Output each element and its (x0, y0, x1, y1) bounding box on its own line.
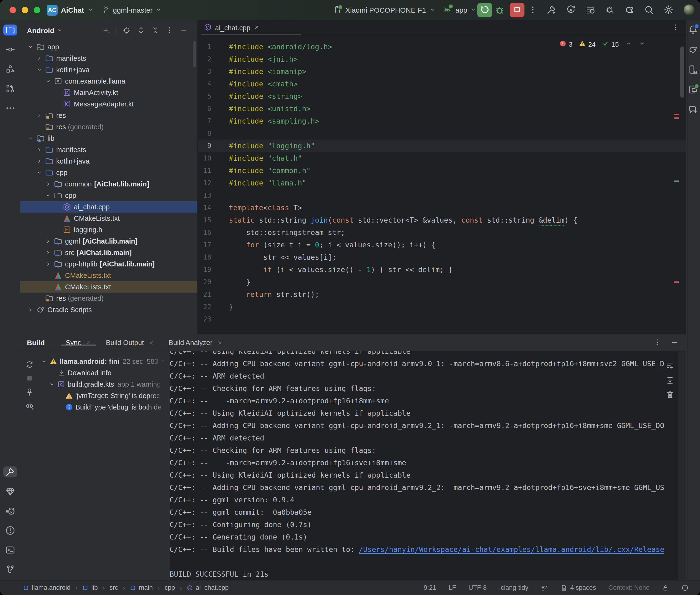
tab-build-output[interactable]: Build Output (99, 339, 162, 347)
status-widget-attention[interactable] (681, 584, 689, 591)
collapse-button[interactable] (151, 26, 159, 35)
tool-stripe-vcs-button[interactable] (3, 83, 17, 94)
more-run-options-button[interactable] (528, 5, 537, 15)
status-widget-9-21[interactable]: 9:21 (424, 584, 436, 591)
trash-button[interactable] (666, 390, 674, 400)
chevron-up-icon[interactable] (625, 40, 632, 47)
tree-item-app[interactable]: app (20, 41, 197, 53)
stop-button[interactable] (25, 374, 34, 384)
tree-item-cpp-httplib[interactable]: cpp-httplib[AiChat.lib.main] (20, 258, 197, 270)
soft-wrap-button[interactable] (666, 362, 674, 371)
status-widget-4-spaces[interactable]: 4 spaces (560, 584, 596, 591)
vcs-branch-widget[interactable]: ggml-master (102, 0, 162, 20)
error-stripe-mark[interactable] (674, 281, 679, 283)
tree-item-kotlin-java[interactable]: kotlin+java (20, 155, 197, 167)
minus-button[interactable] (180, 26, 188, 35)
tool-stripe-structure-button[interactable] (3, 63, 17, 75)
tool-stripe-bell-button[interactable] (686, 24, 700, 35)
chevron-down-icon[interactable] (638, 40, 645, 47)
status-widget-lf[interactable]: LF (448, 584, 456, 591)
project-scrollbar[interactable] (193, 41, 196, 67)
breadcrumb-item[interactable]: ai_chat.cpp (187, 584, 229, 591)
build-console[interactable]: C/C++: -- Using KleidiAI optimized kerne… (170, 351, 678, 580)
chevron-right-icon[interactable] (45, 250, 51, 256)
tree-item-messageadapter-kt[interactable]: MessageAdapter.kt (20, 98, 197, 110)
refresh-button[interactable] (25, 360, 34, 370)
run-configuration-selector[interactable]: app (442, 0, 476, 20)
chevron-down-icon[interactable] (41, 358, 47, 365)
close-tab-icon[interactable] (148, 340, 155, 346)
status-widget--clang-tidy[interactable]: .clang-tidy (499, 584, 528, 591)
build-run-button[interactable] (546, 4, 557, 16)
tree-item-cpp[interactable]: cpp (20, 190, 197, 201)
previous-problem-button[interactable] (625, 40, 632, 49)
editor-options-button[interactable] (672, 23, 680, 32)
tree-item-manifests[interactable]: manifests (20, 144, 197, 155)
log-link[interactable]: /Users/hanyin/Workspace/ai-chat/examples… (359, 545, 664, 554)
close-window-button[interactable] (9, 7, 16, 13)
build-tree-item[interactable]: 'jvmTarget: String' is deprec (39, 390, 168, 401)
chevron-down-icon[interactable] (45, 192, 51, 199)
chevron-down-icon[interactable] (27, 135, 34, 141)
tool-stripe-problems-button[interactable] (3, 525, 17, 536)
chevron-down-icon[interactable] (36, 170, 43, 176)
tree-item-cmakelists-txt[interactable]: CMakeLists.txt (20, 270, 197, 281)
tree-item-src[interactable]: src[AiChat.lib.main] (20, 247, 197, 258)
console-scrollbar-track[interactable] (678, 351, 686, 580)
tool-stripe-gemini-button[interactable] (686, 104, 700, 115)
tree-item-ai-chat-cpp[interactable]: ai_chat.cpp (20, 201, 197, 213)
chevron-down-icon[interactable] (45, 78, 51, 84)
error-stripe-mark[interactable] (674, 114, 679, 115)
tool-stripe-commit-button[interactable] (3, 44, 17, 55)
build-list-button[interactable] (585, 4, 596, 16)
close-icon[interactable] (254, 24, 260, 30)
breadcrumb-item[interactable]: src (110, 584, 118, 591)
chevron-down-icon[interactable] (27, 44, 34, 50)
gradle-sync-button[interactable] (624, 4, 635, 16)
chevron-right-icon[interactable] (36, 55, 43, 61)
tree-item-ggml[interactable]: ggml[AiChat.lib.main] (20, 235, 197, 247)
device-selector[interactable]: Xiaomi POCOPHONE F1 (333, 0, 436, 20)
kebab-button[interactable] (166, 26, 174, 35)
breadcrumb-item[interactable]: main (130, 584, 153, 591)
tree-item-res[interactable]: res (20, 110, 197, 121)
tool-stripe-more-button[interactable] (3, 103, 17, 114)
close-tab-icon[interactable] (85, 340, 91, 346)
tool-stripe-running-devices-button[interactable] (686, 84, 700, 95)
tree-item-logging-h[interactable]: logging.h (20, 224, 197, 235)
chevron-right-icon[interactable] (45, 181, 51, 187)
tool-stripe-gem-button[interactable] (3, 486, 17, 497)
chevron-right-icon[interactable] (36, 158, 43, 164)
user-avatar[interactable] (683, 4, 695, 17)
chevron-right-icon[interactable] (45, 238, 51, 244)
build-tree-item[interactable]: build.gradle.ktsapp 1 warning (39, 378, 168, 390)
next-problem-button[interactable] (638, 40, 645, 49)
error-stripe-mark[interactable] (674, 117, 679, 119)
tool-stripe-logcat-button[interactable] (3, 506, 17, 516)
build-tree-item[interactable]: BuildType 'debug' is both de (39, 401, 168, 413)
breadcrumb-item[interactable]: lib (82, 584, 97, 591)
scroll-end-button[interactable] (666, 376, 674, 386)
status-widget-formatter[interactable] (541, 584, 548, 591)
rerun-button[interactable] (477, 3, 492, 18)
expand-button[interactable] (137, 26, 145, 35)
tree-item-cmakelists-txt[interactable]: CMakeLists.txt (20, 213, 197, 224)
status-widget-context-none[interactable]: Context: None (608, 584, 649, 591)
stop-button[interactable] (510, 3, 525, 18)
inspections-widget[interactable]: 3 24 15 (559, 40, 645, 49)
chevron-right-icon[interactable] (36, 147, 43, 153)
tree-item-cpp[interactable]: cpp (20, 167, 197, 178)
tree-item-kotlin-java[interactable]: kotlin+java (20, 64, 197, 76)
tab-build-analyzer[interactable]: Build Analyzer (162, 339, 230, 347)
code-editor[interactable]: 1#include <android/log.h>2#include <jni.… (198, 36, 686, 334)
chevron-right-icon[interactable] (36, 112, 43, 119)
editor-scrollbar[interactable] (680, 47, 684, 97)
chevron-right-icon[interactable] (45, 261, 51, 267)
chevron-down-icon[interactable] (36, 67, 43, 73)
chevron-down-icon[interactable] (49, 381, 55, 387)
breadcrumb-item[interactable]: llama.android (23, 584, 71, 591)
status-widget-utf-8[interactable]: UTF-8 (469, 584, 487, 591)
target-button[interactable] (123, 26, 131, 35)
eye-button[interactable] (25, 401, 34, 412)
tree-item-cmakelists-txt[interactable]: CMakeLists.txt (20, 281, 197, 293)
